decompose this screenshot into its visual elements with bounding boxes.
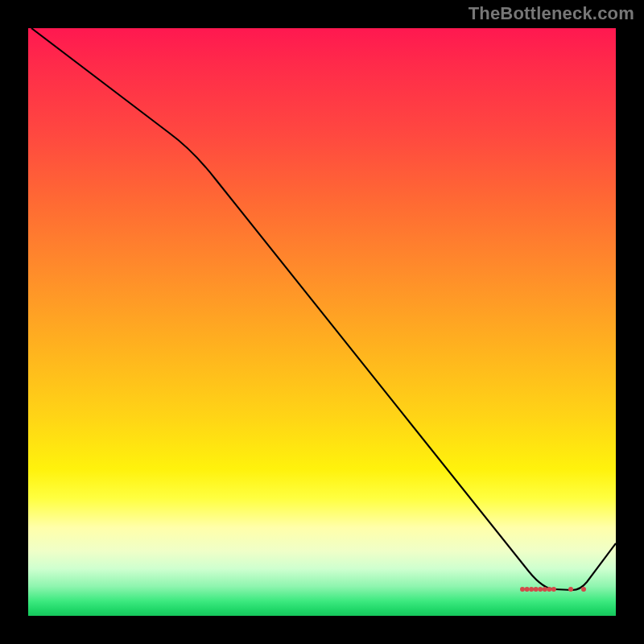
data-marker: [520, 587, 525, 592]
plot-area: [28, 28, 616, 616]
data-marker: [568, 587, 573, 592]
data-marker: [547, 587, 551, 592]
chart-container: TheBottleneck.com: [0, 0, 644, 644]
data-marker: [529, 587, 534, 592]
data-marker: [525, 587, 530, 592]
data-marker: [581, 587, 586, 592]
chart-svg: [28, 28, 616, 616]
data-marker: [551, 587, 556, 592]
data-marker: [534, 587, 539, 592]
data-marker: [538, 587, 543, 592]
data-marker: [543, 587, 547, 592]
watermark-text: TheBottleneck.com: [469, 3, 634, 24]
bottleneck-curve: [31, 28, 616, 590]
